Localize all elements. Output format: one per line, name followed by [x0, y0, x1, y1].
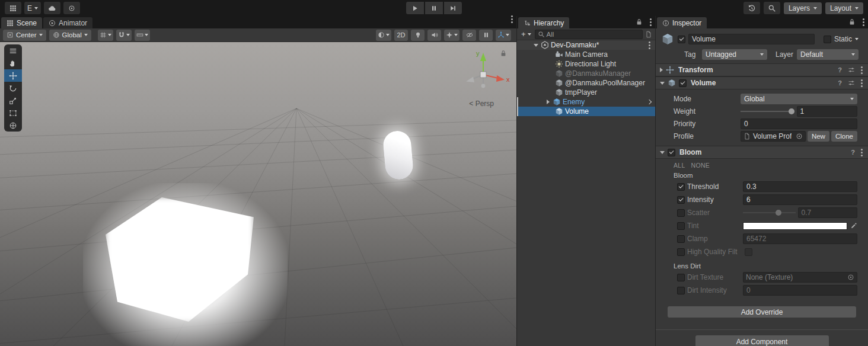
hidden-objects-button[interactable] [462, 30, 476, 41]
slider-handle[interactable] [789, 108, 794, 114]
clamp-field[interactable]: 65472 [743, 233, 857, 244]
weight-slider[interactable] [741, 107, 794, 116]
clamp-override-checkbox[interactable] [677, 235, 685, 243]
threshold-override-checkbox[interactable] [677, 183, 685, 191]
dirt-texture-object-field[interactable]: None (Texture) [743, 272, 857, 283]
hierarchy-item-directional-light[interactable]: Directional Light [517, 59, 655, 69]
scatter-field[interactable]: 0.7 [798, 207, 858, 218]
scale-tool-button[interactable] [4, 94, 22, 107]
tab-animator[interactable]: Animator [43, 17, 92, 28]
help-icon[interactable]: ? [838, 66, 842, 73]
dirt-texture-override-checkbox[interactable] [677, 274, 685, 281]
override-menu-icon[interactable] [861, 152, 863, 153]
lock-icon[interactable] [848, 18, 856, 25]
foldout-arrow-icon[interactable] [660, 82, 665, 85]
tab-scene[interactable]: Scene [1, 17, 42, 28]
play-button[interactable] [406, 2, 424, 14]
eyedropper-icon[interactable] [850, 222, 857, 229]
rect-tool-button[interactable] [4, 107, 22, 119]
search-button[interactable] [764, 2, 780, 14]
tint-override-checkbox[interactable] [677, 222, 685, 230]
cloud-button[interactable] [44, 2, 60, 14]
move-tool-button[interactable] [4, 69, 22, 82]
hierarchy-item-danmakupoolmanager[interactable]: @DanmakuPoolManager [517, 78, 655, 88]
gameobject-icon[interactable] [660, 33, 675, 46]
tint-color-swatch[interactable] [743, 222, 847, 230]
lock-icon[interactable] [500, 50, 507, 57]
mode-dropdown[interactable]: Global [741, 94, 857, 104]
gizmos-dropdown[interactable] [496, 30, 511, 41]
hierarchy-item-volume[interactable]: Volume [517, 107, 655, 116]
tag-dropdown[interactable]: Untagged [702, 49, 767, 60]
perspective-label[interactable]: < Persp [469, 100, 494, 108]
presets-icon[interactable] [848, 66, 855, 73]
undo-history-button[interactable] [743, 2, 760, 14]
account-button[interactable]: E [24, 2, 41, 14]
layers-dropdown[interactable]: Layers [784, 2, 822, 14]
priority-field[interactable]: 0 [741, 118, 857, 129]
profile-object-field[interactable]: Volume Prof [741, 131, 806, 142]
layout-dropdown[interactable]: Layout [825, 2, 863, 14]
intensity-override-checkbox[interactable] [677, 196, 685, 204]
dirt-intensity-field[interactable]: 0 [743, 285, 857, 296]
gameobject-name-field[interactable]: Volume [688, 34, 815, 44]
slider-handle[interactable] [776, 210, 781, 216]
help-icon[interactable]: ? [838, 79, 842, 86]
scatter-slider[interactable] [743, 209, 796, 217]
2d-mode-button[interactable]: 2D [394, 30, 408, 41]
inspector-menu-icon[interactable] [863, 21, 864, 23]
add-override-button[interactable]: Add Override [668, 306, 856, 318]
transform-component-header[interactable]: Transform ? [656, 63, 868, 76]
foldout-arrow-icon[interactable] [534, 44, 538, 47]
component-menu-icon[interactable] [861, 69, 863, 71]
search-window-icon[interactable] [645, 31, 652, 38]
hierarchy-item-tmpplayer[interactable]: tmpPlayer [517, 88, 655, 97]
rotate-tool-button[interactable] [4, 82, 22, 94]
presets-icon[interactable] [848, 79, 855, 86]
tab-hierarchy[interactable]: Hierarchy [518, 17, 569, 28]
scene-viewport[interactable]: y x < Persp [0, 42, 516, 346]
scene-tab-menu-icon[interactable] [511, 18, 513, 20]
step-button[interactable] [444, 2, 462, 14]
threshold-field[interactable]: 0.3 [743, 181, 857, 192]
services-button[interactable] [63, 2, 80, 14]
lock-icon[interactable] [636, 18, 643, 25]
gizmo-y-label[interactable]: y [476, 50, 480, 57]
foldout-arrow-icon[interactable] [547, 100, 550, 104]
scene-menu-icon[interactable] [649, 44, 650, 46]
hierarchy-menu-icon[interactable] [650, 21, 652, 23]
hand-tool-button[interactable] [4, 57, 22, 69]
metrics-button[interactable] [479, 30, 493, 41]
capsule-object[interactable] [382, 130, 414, 181]
tab-inspector[interactable]: Inspector [657, 17, 707, 28]
hierarchy-item-danmakumanager[interactable]: @DanmakuManager [517, 69, 655, 78]
foldout-arrow-icon[interactable] [660, 68, 663, 72]
create-object-button[interactable]: + [520, 30, 532, 39]
snap-increment-dropdown[interactable] [135, 30, 150, 41]
hq-override-checkbox[interactable] [677, 248, 685, 256]
foldout-arrow-icon[interactable] [660, 151, 665, 154]
profile-new-button[interactable]: New [808, 131, 829, 142]
bloom-enabled-checkbox[interactable] [668, 149, 675, 156]
gizmo-x-label[interactable]: x [506, 76, 510, 83]
object-picker-icon[interactable] [796, 133, 803, 140]
draw-mode-dropdown[interactable] [376, 30, 391, 41]
component-enabled-checkbox[interactable] [679, 79, 687, 87]
tool-handle-position-dropdown[interactable]: Center [3, 30, 46, 41]
active-checkbox[interactable] [678, 36, 685, 43]
scene-root-row[interactable]: Dev-Danmaku* [517, 40, 655, 50]
intensity-field[interactable]: 6 [743, 194, 857, 205]
help-icon[interactable]: ? [851, 149, 855, 156]
add-component-button[interactable]: Add Component [695, 335, 829, 346]
snap-toggle-dropdown[interactable] [116, 30, 132, 41]
hq-value-checkbox[interactable] [745, 248, 752, 256]
layer-dropdown[interactable]: Default [797, 49, 859, 60]
volume-component-header[interactable]: Volume ? [656, 76, 868, 89]
scatter-override-checkbox[interactable] [677, 209, 685, 217]
scene-lighting-button[interactable] [411, 30, 425, 41]
hierarchy-item-main-camera[interactable]: Main Camera [517, 50, 655, 59]
version-control-button[interactable] [5, 2, 21, 14]
effects-dropdown[interactable] [444, 30, 459, 41]
scene-audio-button[interactable] [427, 30, 441, 41]
tools-overlay-menu-button[interactable] [4, 44, 22, 57]
